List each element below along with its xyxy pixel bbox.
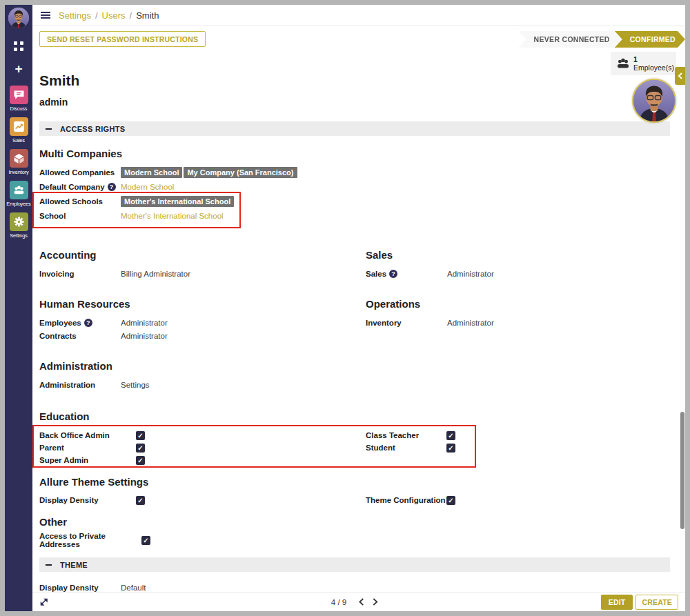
section-title: THEME: [60, 561, 88, 569]
default-company-link[interactable]: Modern School: [121, 183, 174, 191]
section-theme[interactable]: THEME: [39, 557, 670, 572]
checkbox-student[interactable]: [446, 444, 455, 453]
field-value[interactable]: Billing Administrator: [121, 270, 190, 278]
send-reset-password-button[interactable]: SEND RESET PASSWORD INSTRUCTIONS: [39, 31, 206, 47]
sidebar-item-label: Settings: [10, 232, 28, 239]
field-value[interactable]: Administrator: [447, 270, 494, 278]
collapse-minus-icon: [46, 564, 52, 566]
collapse-panel-button[interactable]: [675, 67, 685, 85]
school-tag[interactable]: Mother's International School: [121, 196, 234, 207]
checkbox-label: Parent: [39, 444, 136, 452]
field-label: Default Company: [39, 183, 105, 191]
school-link[interactable]: Mother's International School: [121, 212, 224, 220]
menu-hamburger-icon[interactable]: [41, 14, 50, 16]
group-operations: Operations Inventory Administrator: [366, 298, 670, 342]
group-title-other: Other: [39, 516, 670, 528]
field-value[interactable]: Administrator: [121, 332, 168, 340]
field-label: Allowed Schools: [39, 197, 121, 206]
pager-previous-button[interactable]: [359, 598, 364, 606]
help-icon[interactable]: [108, 183, 116, 191]
field-allowed-companies: Allowed Companies Modern School My Compa…: [39, 166, 670, 179]
statusbar: NEVER CONNECTED CONFIRMED: [519, 31, 685, 48]
group-accounting: Accounting Invoicing Billing Administrat…: [39, 249, 344, 280]
field-label: Inventory: [366, 319, 447, 327]
status-confirmed[interactable]: CONFIRMED: [615, 31, 685, 48]
group-sales: Sales Sales Administrator: [366, 249, 670, 280]
field-value[interactable]: Administrator: [447, 319, 494, 327]
app-window: Discuss Sales Inventory Employees: [0, 0, 690, 616]
record-login: admin: [39, 97, 670, 108]
sidebar-item-label: Inventory: [8, 169, 28, 175]
checkbox-private-addresses[interactable]: [141, 536, 150, 545]
status-footer: 4 / 9 EDIT CREATE: [32, 592, 685, 611]
section-access-rights[interactable]: ACCESS RIGHTS: [39, 121, 670, 136]
create-button[interactable]: CREATE: [635, 595, 678, 610]
pager: 4 / 9: [331, 598, 386, 606]
checkbox-label: Display Density: [39, 496, 136, 504]
field-allowed-schools: Allowed Schools Mother's International S…: [39, 195, 670, 208]
employee-count: 1: [633, 55, 674, 63]
checkbox-parent[interactable]: [136, 444, 145, 453]
checkbox-back-office-admin[interactable]: [136, 431, 145, 440]
checkbox-super-admin[interactable]: [136, 456, 145, 465]
user-avatar[interactable]: [8, 8, 29, 28]
field-label: Employees: [39, 319, 81, 327]
pager-next-button[interactable]: [373, 598, 378, 606]
checkbox-class-teacher[interactable]: [446, 431, 455, 440]
checkbox-row-class-teacher: Class Teacher: [366, 429, 670, 441]
field-default-company: Default Company Modern School: [39, 180, 670, 194]
group-administration: Administration Administration Settings: [39, 360, 344, 391]
pager-count: 4 / 9: [331, 598, 346, 606]
expand-icon[interactable]: [39, 597, 48, 606]
people-icon: [615, 56, 631, 71]
field-label: School: [39, 212, 121, 220]
group-title: Accounting: [39, 249, 344, 261]
employees-smart-button[interactable]: 1 Employee(s): [611, 52, 676, 75]
field-label: Contracts: [39, 332, 121, 340]
app-sidebar: Discuss Sales Inventory Employees: [5, 5, 32, 611]
edit-button[interactable]: EDIT: [601, 595, 633, 610]
sidebar-item-discuss[interactable]: Discuss: [10, 86, 28, 112]
employee-label: Employee(s): [633, 63, 674, 72]
sidebar-item-inventory[interactable]: Inventory: [8, 149, 28, 175]
checkbox-label: Student: [366, 444, 446, 452]
checkbox-row-back-office-admin: Back Office Admin: [39, 429, 344, 441]
checkbox-theme-configuration[interactable]: [446, 496, 455, 505]
scrollbar-thumb[interactable]: [680, 412, 684, 529]
checkbox-row-private-addresses: Access to Private Addresses: [39, 534, 670, 546]
checkbox-display-density[interactable]: [136, 496, 145, 505]
group-title: Human Resources: [39, 298, 344, 310]
status-never-connected[interactable]: NEVER CONNECTED: [519, 31, 621, 48]
field-value[interactable]: Administrator: [121, 319, 168, 327]
group-title: Sales: [366, 249, 670, 261]
checkbox-label: Theme Configuration: [366, 496, 446, 504]
field-school: School Mother's International School: [39, 209, 670, 223]
group-title: Operations: [366, 298, 670, 310]
record-name: Smith: [39, 72, 670, 89]
sidebar-item-settings[interactable]: Settings: [10, 212, 28, 239]
sidebar-item-employees[interactable]: Employees: [6, 181, 30, 207]
breadcrumb-current: Smith: [136, 10, 159, 21]
breadcrumb-settings[interactable]: Settings: [59, 10, 91, 21]
group-title-allure: Allure Theme Settings: [39, 476, 670, 488]
breadcrumb-users[interactable]: Users: [102, 10, 126, 21]
field-label: Allowed Companies: [39, 168, 121, 177]
company-tag[interactable]: Modern School: [121, 167, 182, 178]
user-photo[interactable]: [632, 79, 676, 123]
checkbox-row-student: Student: [366, 441, 670, 454]
vertical-scrollbar[interactable]: [680, 26, 685, 592]
apps-grid-icon[interactable]: [14, 41, 23, 51]
company-tag[interactable]: My Company (San Francisco): [184, 167, 297, 178]
field-value[interactable]: Settings: [121, 381, 150, 389]
help-icon[interactable]: [389, 270, 397, 278]
add-icon[interactable]: [14, 63, 22, 75]
help-icon[interactable]: [84, 319, 92, 327]
main-panel: Settings / Users / Smith NEVER CONNECTED…: [32, 5, 685, 611]
sidebar-item-sales[interactable]: Sales: [10, 117, 28, 143]
chevron-left-icon: [678, 72, 683, 79]
sidebar-item-label: Discuss: [10, 106, 28, 112]
checkbox-row-super-admin: Super Admin: [39, 454, 344, 466]
discuss-chat-icon: [10, 86, 28, 104]
sidebar-item-label: Sales: [12, 137, 25, 143]
checkbox-row-parent: Parent: [39, 441, 344, 454]
